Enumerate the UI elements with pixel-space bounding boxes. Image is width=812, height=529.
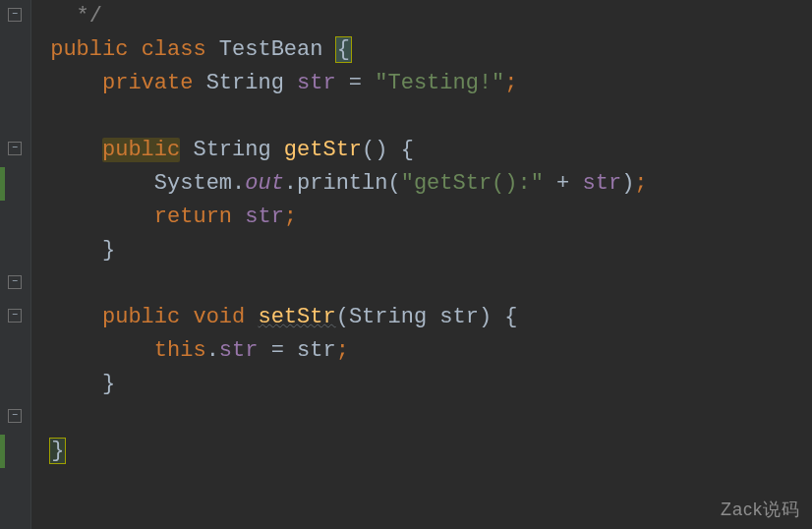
code-line[interactable]: public void setStr(String str) { xyxy=(37,301,812,334)
system-out: out xyxy=(245,171,284,196)
code-line[interactable]: System.out.println("getStr():" + str); xyxy=(37,167,812,201)
field-ref: str xyxy=(583,171,622,196)
class-name: TestBean xyxy=(219,37,323,62)
keyword-public: public xyxy=(50,37,128,62)
keyword-class: class xyxy=(142,37,206,62)
code-line[interactable]: return str; xyxy=(37,201,812,234)
fold-toggle-icon[interactable] xyxy=(8,142,22,155)
keyword-return: return xyxy=(154,205,232,229)
code-line[interactable]: } xyxy=(37,368,812,401)
keyword-this: this xyxy=(154,338,206,363)
method-name: getStr xyxy=(284,138,362,162)
code-line[interactable]: private String str = "Testing!"; xyxy=(37,67,812,100)
brace-close: } xyxy=(102,238,115,263)
param-type: String xyxy=(349,305,427,329)
type-string: String xyxy=(206,71,284,95)
editor-gutter xyxy=(0,0,31,529)
string-literal: "getStr():" xyxy=(401,171,544,196)
code-line[interactable]: public class TestBean { xyxy=(37,33,812,67)
println-call: println xyxy=(297,171,387,196)
param-name: str xyxy=(427,305,479,329)
code-line[interactable]: this.str = str; xyxy=(37,334,812,368)
code-line[interactable]: public String getStr() { xyxy=(37,134,812,167)
code-line-blank[interactable] xyxy=(37,100,812,134)
code-area[interactable]: */ public class TestBean { private Strin… xyxy=(31,0,812,529)
code-line[interactable]: */ xyxy=(37,0,812,33)
code-editor[interactable]: */ public class TestBean { private Strin… xyxy=(0,0,812,529)
vcs-change-marker xyxy=(0,435,5,468)
code-line[interactable]: } xyxy=(37,234,812,267)
system-class: System xyxy=(154,171,232,196)
keyword-public: public xyxy=(102,305,180,329)
type-string: String xyxy=(193,138,270,162)
comment-end: */ xyxy=(37,4,102,29)
brace-open: { xyxy=(335,36,352,63)
vcs-change-marker xyxy=(0,167,5,201)
keyword-public-highlight: public xyxy=(102,138,180,162)
field-ref: str xyxy=(219,338,259,363)
fold-toggle-icon[interactable] xyxy=(8,309,22,323)
field-name: str xyxy=(297,71,336,95)
brace-close: } xyxy=(102,372,115,396)
code-line[interactable]: } xyxy=(37,435,812,468)
code-line-blank[interactable] xyxy=(37,267,812,301)
string-literal: "Testing!" xyxy=(375,71,504,95)
param-ref: str xyxy=(297,338,336,363)
field-ref: str xyxy=(245,205,284,229)
method-setstr: setStr xyxy=(258,305,335,329)
watermark-text: Zack说码 xyxy=(721,498,800,521)
keyword-void: void xyxy=(193,305,245,329)
fold-toggle-icon[interactable] xyxy=(8,8,22,22)
fold-toggle-icon[interactable] xyxy=(8,275,22,289)
brace-close-class: } xyxy=(49,438,66,464)
keyword-private: private xyxy=(102,71,193,95)
code-line-blank[interactable] xyxy=(37,401,812,435)
fold-toggle-icon[interactable] xyxy=(8,409,22,423)
